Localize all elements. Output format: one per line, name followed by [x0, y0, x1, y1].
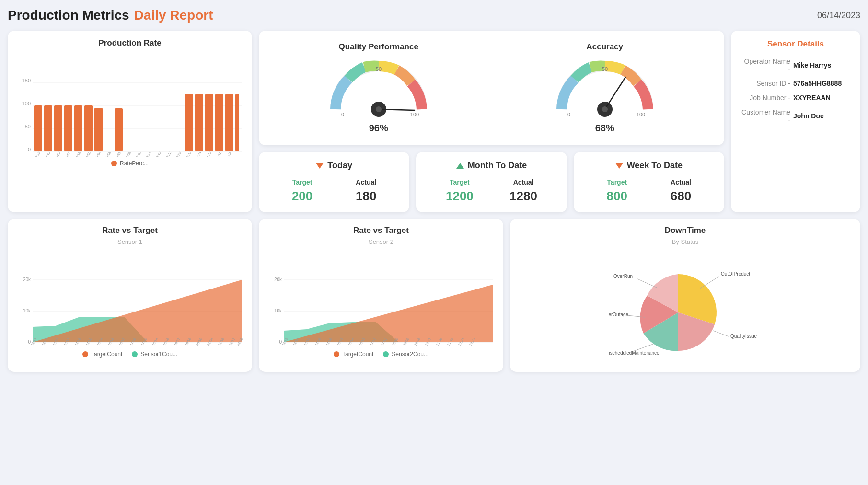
svg-text:0: 0 — [341, 112, 344, 117]
wtd-target-label: Target — [607, 178, 627, 186]
svg-text:12:49: 12:49 — [44, 151, 51, 157]
svg-text:100: 100 — [637, 112, 645, 117]
downtime-title: DownTime — [518, 226, 853, 235]
svg-text:19:56: 19:56 — [174, 151, 182, 157]
wtd-label: Week To Date — [627, 161, 683, 171]
downtime-pie-svg: OutOfProduct QualityIssue UnscheduledMai… — [609, 255, 762, 360]
svg-line-52 — [605, 77, 625, 109]
svg-text:OutOfProduct: OutOfProduct — [721, 271, 750, 277]
operator-label: Operator Name - — [741, 58, 790, 73]
svg-text:PowerOutage: PowerOutage — [609, 312, 629, 317]
production-rate-card: Production Rate 0 50 100 150 — [8, 31, 252, 212]
production-rate-svg: 0 50 100 150 — [17, 52, 243, 157]
today-target-label: Target — [292, 178, 312, 186]
svg-text:20k: 20k — [23, 277, 31, 282]
mtd-label: Month To Date — [468, 161, 527, 171]
wtd-values: Target 800 Actual 680 — [585, 178, 713, 204]
svg-rect-12 — [74, 105, 82, 151]
mtd-target-value: 1200 — [446, 189, 474, 204]
svg-rect-16 — [185, 94, 193, 151]
svg-text:15:58: 15:58 — [104, 151, 111, 157]
svg-text:19:22: 19:22 — [164, 151, 172, 157]
svg-text:16:32: 16:32 — [114, 151, 121, 157]
sensor-id-label: Sensor ID - — [756, 80, 790, 87]
accuracy-title: Accuracy — [586, 42, 623, 52]
accuracy-value: 68% — [595, 123, 614, 134]
downtime-chart-area: OutOfProduct QualityIssue UnscheduledMai… — [518, 250, 853, 365]
svg-text:17:06: 17:06 — [124, 151, 131, 157]
quality-accuracy-card: Quality Performance — [259, 31, 724, 145]
bottom-row: Rate vs Target Sensor 1 0 10k 20k 12:15 … — [8, 219, 860, 372]
svg-text:10k: 10k — [23, 308, 31, 313]
legend-label-sensor1: Sensor1Cou... — [140, 351, 177, 358]
today-triangle-icon — [316, 163, 324, 169]
mtd-actual-value: 1280 — [509, 189, 537, 204]
legend-dot-rate — [111, 161, 117, 166]
legend-label-sensor2: Sensor2Cou... — [392, 351, 428, 358]
sensor-details-title: Sensor Details — [741, 39, 851, 49]
svg-text:21:38: 21:38 — [205, 151, 212, 157]
svg-text:22:46: 22:46 — [225, 151, 232, 157]
mtd-header: Month To Date — [428, 161, 555, 171]
svg-text:14:16: 14:16 — [74, 151, 81, 157]
accuracy-gauge-svg: 0 50 100 — [552, 57, 658, 119]
svg-rect-17 — [195, 94, 203, 151]
today-actual-value: 180 — [356, 189, 376, 204]
legend-dot-target2 — [334, 351, 339, 357]
sensor-details-card: Sensor Details Operator Name - Mike Harr… — [731, 31, 860, 212]
quality-title: Quality Performance — [339, 42, 418, 52]
svg-line-110 — [713, 331, 729, 336]
sensor-id-value: 576a5HHG8888 — [793, 80, 851, 87]
today-label: Today — [327, 161, 352, 171]
legend-dot-sensor1 — [132, 351, 138, 357]
wtd-target-value: 800 — [607, 189, 627, 204]
today-target-col: Target 200 — [292, 178, 312, 204]
quality-section: Quality Performance — [266, 37, 492, 139]
metrics-row: Today Target 200 Actual 180 Mo — [259, 152, 724, 212]
svg-rect-21 — [235, 94, 239, 151]
mtd-values: Target 1200 Actual 1280 — [428, 178, 555, 204]
job-number-value: XXYREAAN — [793, 94, 851, 102]
top-row: Production Rate 0 50 100 150 — [8, 31, 860, 212]
svg-rect-20 — [225, 94, 233, 151]
svg-rect-19 — [215, 94, 223, 151]
svg-text:22:12: 22:12 — [215, 151, 222, 157]
svg-text:17:40: 17:40 — [134, 151, 141, 157]
wtd-triangle-icon — [615, 163, 623, 169]
svg-text:UnscheduledMaintenance: UnscheduledMaintenance — [609, 350, 660, 356]
svg-text:10k: 10k — [274, 308, 282, 313]
today-actual-col: Actual 180 — [356, 178, 376, 204]
wtd-header: Week To Date — [585, 161, 713, 171]
legend-dot-sensor2 — [383, 351, 389, 357]
wtd-target-col: Target 800 — [607, 178, 627, 204]
svg-text:20:30: 20:30 — [185, 151, 192, 157]
svg-rect-10 — [54, 105, 62, 151]
mtd-target-label: Target — [446, 178, 474, 186]
sensor2-chart-card: Rate vs Target Sensor 2 0 10k 20k 12:15 … — [259, 219, 503, 372]
svg-text:20k: 20k — [274, 277, 282, 282]
sensor2-legend: TargetCount Sensor2Cou... — [266, 348, 496, 358]
mtd-actual-col: Actual 1280 — [509, 178, 537, 204]
job-number-row: Job Number - XXYREAAN — [741, 94, 851, 102]
customer-label: Customer Name - — [741, 108, 790, 124]
svg-text:14:50: 14:50 — [84, 151, 91, 157]
page-header: Production Metrics Daily Report 06/14/20… — [8, 8, 860, 23]
sensor2-chart-subtitle: Sensor 2 — [266, 238, 496, 245]
svg-rect-15 — [115, 108, 123, 151]
sensor1-chart-area: 0 10k 20k 12:15 12:49 13:23 13:57 14:16 … — [15, 250, 244, 346]
svg-text:OverRun: OverRun — [613, 274, 633, 279]
page-title: Production Metrics — [8, 8, 129, 23]
quality-value: 96% — [369, 123, 388, 134]
svg-text:15:24: 15:24 — [94, 151, 101, 157]
sensor1-chart-card: Rate vs Target Sensor 1 0 10k 20k 12:15 … — [8, 219, 252, 372]
accuracy-section: Accuracy 0 50 100 — [492, 37, 718, 139]
svg-line-108 — [700, 277, 719, 289]
legend-label-target1: TargetCount — [91, 351, 122, 358]
svg-rect-11 — [64, 105, 72, 151]
sensor1-chart-subtitle: Sensor 1 — [15, 238, 244, 245]
mtd-triangle-icon — [456, 163, 464, 169]
today-values: Target 200 Actual 180 — [270, 178, 398, 204]
job-number-label: Job Number - — [750, 94, 790, 102]
legend-dot-target1 — [82, 351, 88, 357]
wtd-actual-value: 680 — [671, 189, 691, 204]
